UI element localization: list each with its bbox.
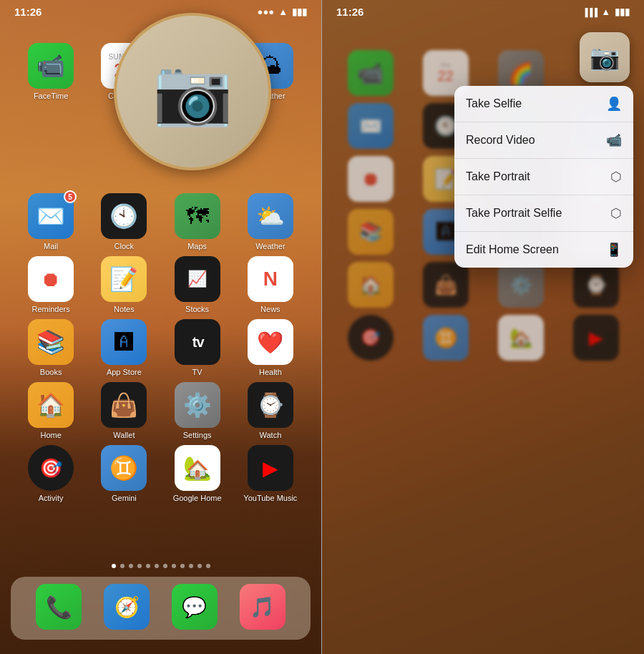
dot-8 [172, 564, 176, 568]
app-item-ytmusic[interactable]: ▶ YouTube Music [242, 445, 299, 502]
dot-11 [197, 564, 202, 568]
blurred-17: 👜 [423, 262, 469, 308]
activity-icon: 🎯 [28, 445, 74, 491]
dock: 📞 🧭 💬 🎵 [11, 577, 311, 640]
app-item-maps[interactable]: 🗺 Maps [169, 193, 226, 250]
blurred-4: ✉️ [348, 103, 394, 149]
stocks-label: Stocks [185, 305, 209, 313]
gemini-icon: ♊ [101, 445, 147, 491]
app-item-reminders[interactable]: ⏺ Reminders [22, 256, 79, 313]
take-portrait-label: Take Portrait [466, 170, 530, 183]
app-item-mail[interactable]: ✉️ 5 Mail [22, 193, 79, 250]
phone-icon: 📞 [36, 584, 82, 630]
take-selfie-label: Take Selfie [466, 97, 522, 110]
app-item-googlehome[interactable]: 🏡 Google Home [169, 445, 226, 502]
record-video-label: Record Video [466, 134, 535, 147]
dock-music[interactable]: 🎵 [234, 584, 291, 633]
page-dots [0, 564, 321, 568]
notes-label: Notes [114, 305, 135, 313]
app-item-news[interactable]: N News [242, 256, 299, 313]
app-item-weather2[interactable]: ⛅ Weather [242, 193, 299, 250]
app-item-health[interactable]: ❤️ Health [242, 319, 299, 376]
blurred-row-5: 🏠 👜 ⚙️ ⌚ [333, 262, 633, 308]
app-item-tv[interactable]: tv TV [169, 319, 226, 376]
app-item-settings[interactable]: ⚙️ Settings [169, 382, 226, 439]
wifi-icon-right: ▲ [601, 6, 610, 17]
edit-home-screen-label: Edit Home Screen [466, 243, 559, 256]
app-item-gemini[interactable]: ♊ Gemini [95, 445, 152, 502]
app-item-appstore[interactable]: 🅰 App Store [95, 319, 152, 376]
menu-take-portrait[interactable]: Take Portrait ⬡ [454, 159, 633, 195]
news-label: News [260, 305, 280, 313]
menu-edit-home-screen[interactable]: Edit Home Screen 📱 [454, 232, 633, 268]
wallet-icon: 👜 [101, 382, 147, 428]
ytmusic-label: YouTube Music [243, 494, 297, 502]
googlehome-icon: 🏡 [175, 445, 220, 491]
watch-label: Watch [259, 431, 281, 439]
dock-phone[interactable]: 📞 [30, 584, 87, 633]
camera-app-icon-right[interactable]: 📷 [580, 32, 630, 82]
blurred-row-6: 🎯 ♊ 🏡 ▶ [333, 315, 633, 361]
status-bar-right: 11:26 ▐▐▐ ▲ ▮▮▮ [322, 0, 644, 21]
books-label: Books [40, 368, 62, 376]
app-item-clock[interactable]: 🕙 Clock [95, 193, 152, 250]
dot-9 [180, 564, 185, 568]
dot-3 [129, 564, 133, 568]
app-item-activity[interactable]: 🎯 Activity [22, 445, 79, 502]
time-right: 11:26 [336, 6, 364, 18]
app-row-5: 🏠 Home 👜 Wallet ⚙️ Settings ⌚ Watch [14, 382, 307, 439]
signal-icon-right: ▐▐▐ [582, 8, 597, 16]
mail-label: Mail [44, 242, 58, 250]
weather2-icon: ⛅ [248, 193, 293, 239]
facetime-icon: 📹 [28, 43, 74, 89]
app-item-stocks[interactable]: 📈 Stocks [169, 256, 226, 313]
signal-icon: ●●● [258, 6, 275, 17]
app-item-home[interactable]: 🏠 Home [22, 382, 79, 439]
dot-5 [146, 564, 150, 568]
weather2-label: Weather [255, 242, 285, 250]
app-item-wallet[interactable]: 👜 Wallet [95, 382, 152, 439]
status-icons-left: ●●● ▲ ▮▮▮ [258, 6, 307, 17]
home-label: Home [40, 431, 61, 439]
appstore-icon: 🅰 [101, 319, 147, 365]
app-item-watch[interactable]: ⌚ Watch [242, 382, 299, 439]
news-icon: N [248, 256, 293, 302]
battery-icon: ▮▮▮ [292, 6, 307, 17]
app-item-books[interactable]: 📚 Books [22, 319, 79, 376]
status-bar-left: 11:26 ●●● ▲ ▮▮▮ [0, 0, 321, 21]
menu-record-video[interactable]: Record Video 📹 [454, 122, 633, 159]
blurred-8: ⏺ [348, 156, 394, 202]
app-item-facetime[interactable]: 📹 FaceTime [22, 43, 79, 100]
home-icon: 🏠 [28, 382, 74, 428]
app-row-6: 🎯 Activity ♊ Gemini 🏡 Google Home ▶ YouT… [14, 445, 307, 502]
stocks-icon: 📈 [175, 256, 220, 302]
app-item-notes[interactable]: 📝 Notes [95, 256, 152, 313]
facetime-label: FaceTime [34, 92, 69, 100]
menu-take-portrait-selfie[interactable]: Take Portrait Selfie ⬡ [454, 195, 633, 232]
blurred-19: ⌚ [573, 262, 619, 308]
dock-messages[interactable]: 💬 [166, 584, 223, 633]
blurred-21: ♊ [423, 315, 469, 361]
health-icon: ❤️ [248, 319, 293, 365]
dot-10 [189, 564, 193, 568]
menu-take-selfie[interactable]: Take Selfie 👤 [454, 86, 633, 122]
wallet-label: Wallet [113, 431, 135, 439]
take-portrait-icon: ⬡ [610, 169, 622, 185]
ytmusic-icon: ▶ [248, 445, 293, 491]
dock-safari[interactable]: 🧭 [98, 584, 155, 633]
tv-icon: tv [175, 319, 220, 365]
health-label: Health [259, 368, 282, 376]
gemini-label: Gemini [112, 494, 137, 502]
dot-4 [137, 564, 142, 568]
blurred-23: ▶ [573, 315, 619, 361]
camera-highlight-circle: 📷 [114, 13, 271, 170]
blurred-1: 📹 [348, 50, 394, 96]
app-row-4: 📚 Books 🅰 App Store tv TV ❤️ Health [14, 319, 307, 376]
reminders-icon: ⏺ [28, 256, 74, 302]
blurred-20: 🎯 [348, 315, 394, 361]
camera-icon-right: 📷 [590, 43, 620, 72]
clock-label: Clock [114, 242, 135, 250]
googlehome-label: Google Home [173, 494, 222, 502]
appstore-label: App Store [107, 368, 142, 376]
wifi-icon: ▲ [278, 6, 288, 17]
